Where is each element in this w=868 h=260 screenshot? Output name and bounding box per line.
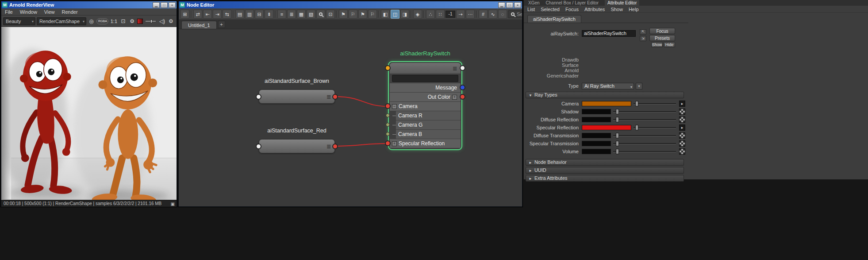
minimize-button[interactable]: ▁: [498, 2, 505, 8]
connect-mode-icon[interactable]: ⇄: [193, 10, 202, 19]
display-color-swatch[interactable]: [137, 19, 143, 24]
expand-icon[interactable]: +: [452, 95, 457, 100]
output-port[interactable]: [332, 144, 338, 149]
slider-handle[interactable]: [635, 101, 638, 106]
grid-dots-icon[interactable]: ∷: [436, 10, 445, 19]
slider-handle[interactable]: [616, 117, 619, 122]
zoom-ratio-label[interactable]: 1:1: [111, 19, 117, 24]
display-connected-icon[interactable]: ◫: [391, 10, 399, 19]
align-horizontal-icon[interactable]: ≡: [277, 10, 286, 19]
crosshair-icon[interactable]: ◌: [498, 10, 507, 19]
renderview-titlebar[interactable]: M Arnold RenderView ▁ □ ×: [1, 1, 177, 8]
node-aistandardsurface-red[interactable]: ≣: [259, 139, 335, 153]
zoom-region-icon[interactable]: [316, 10, 325, 19]
menu-help[interactable]: Help: [629, 7, 639, 12]
output-connections-icon[interactable]: ⇥: [213, 10, 222, 19]
clear-graph-icon[interactable]: ⊟: [255, 10, 264, 19]
node-menu-icon[interactable]: ≣: [326, 143, 331, 150]
hash-grid-icon[interactable]: #: [479, 10, 488, 19]
gamma-slider-handle[interactable]: [150, 19, 152, 23]
aov-select[interactable]: Beauty▾: [3, 17, 35, 25]
slider-handle[interactable]: [616, 109, 619, 114]
show-button[interactable]: Show: [651, 42, 663, 47]
slider-handle[interactable]: [616, 141, 619, 146]
minimize-button[interactable]: ▁: [153, 2, 160, 8]
display-simple-icon[interactable]: ◧: [381, 10, 390, 19]
section-ray-types[interactable]: ▼Ray Types: [526, 92, 684, 98]
tab-untitled-1[interactable]: Untitled_1: [181, 21, 217, 29]
close-button[interactable]: ×: [169, 2, 176, 8]
node-name-input[interactable]: aiShaderRaySwitch: [582, 30, 636, 37]
map-texture-button[interactable]: [679, 148, 685, 155]
connection-map-button[interactable]: ▸: [679, 101, 685, 107]
camera-g-input-port[interactable]: [386, 123, 390, 127]
menu-window[interactable]: Window: [20, 9, 37, 15]
rgba-channels-button[interactable]: RGBA: [96, 18, 108, 24]
output-port[interactable]: [332, 94, 338, 100]
remove-from-graph-icon[interactable]: ▥: [245, 10, 254, 19]
node-menu-icon[interactable]: ≣: [326, 93, 331, 100]
search-input[interactable]: Search...: [508, 10, 522, 18]
lock-icon[interactable]: ◈: [413, 10, 422, 19]
color-swatch[interactable]: [582, 133, 611, 138]
node-graph[interactable]: aiStandardSurface_Brown ≣ aiStandardSurf…: [179, 29, 522, 206]
color-swatch[interactable]: [582, 101, 631, 106]
node-header[interactable]: ≣: [390, 63, 461, 74]
menu-show[interactable]: Show: [611, 7, 623, 12]
log-icon[interactable]: ▣: [171, 201, 175, 207]
display-full-icon[interactable]: ◨: [400, 10, 409, 19]
snap-dots-icon[interactable]: ∴: [426, 10, 435, 19]
speaker-icon[interactable]: ◁): [158, 17, 166, 25]
color-swatch[interactable]: [582, 117, 611, 122]
bookmark-add-icon[interactable]: ⚑: [339, 10, 348, 19]
bookmark-prev-icon[interactable]: ⚐: [368, 10, 377, 19]
expand-icon[interactable]: +: [392, 141, 397, 146]
value-slider[interactable]: [613, 117, 676, 122]
value-slider[interactable]: [634, 101, 676, 106]
copy-tab-icon[interactable]: ⇱: [640, 29, 646, 35]
value-slider[interactable]: [613, 109, 676, 114]
connection-map-button[interactable]: ▸: [679, 124, 685, 131]
message-output-port[interactable]: [460, 85, 465, 90]
section-node-behavior[interactable]: ►Node Behavior: [526, 159, 684, 166]
connection-style-icon[interactable]: ∿: [488, 10, 497, 19]
tear-off-icon[interactable]: ⇲: [640, 36, 646, 41]
pin-icon[interactable]: ⇟: [265, 10, 273, 19]
value-slider[interactable]: [613, 141, 676, 146]
frame-all-icon[interactable]: ⊡: [326, 10, 335, 19]
color-swatch[interactable]: [582, 141, 611, 146]
map-texture-button[interactable]: [679, 140, 685, 147]
map-texture-button[interactable]: [679, 116, 685, 123]
node-tab[interactable]: aiShaderRaySwitch: [527, 15, 581, 23]
gamma-slider[interactable]: [146, 21, 156, 22]
outcolor-output-port[interactable]: [460, 94, 465, 100]
type-dropdown-button[interactable]: ▾: [636, 83, 642, 89]
snapshot-target-icon[interactable]: ◎: [88, 17, 95, 25]
color-swatch[interactable]: [582, 109, 611, 114]
input-connections-icon[interactable]: ⇤: [203, 10, 212, 19]
add-tab-button[interactable]: +: [218, 21, 225, 28]
header-output-port[interactable]: [460, 65, 465, 71]
input-port[interactable]: [256, 94, 261, 100]
camera-input-port[interactable]: [385, 103, 391, 109]
panel-tab-channel-box[interactable]: Channel Box / Layer Editor: [546, 0, 599, 6]
all-connections-icon[interactable]: ⇆: [223, 10, 231, 19]
node-aistandardsurface-brown[interactable]: ≣: [259, 89, 335, 104]
header-input-port[interactable]: [385, 65, 391, 71]
step-icon[interactable]: ⇢: [456, 10, 465, 19]
bookmark-remove-icon[interactable]: ⚐: [349, 10, 357, 19]
menu-render[interactable]: Render: [62, 9, 78, 15]
value-slider[interactable]: [634, 125, 676, 130]
value-slider[interactable]: [613, 133, 676, 138]
render-gear-icon[interactable]: ⚙: [167, 17, 175, 25]
auto-layout-icon[interactable]: ▧: [307, 10, 315, 19]
hide-button[interactable]: Hide: [664, 42, 675, 47]
settings-gear-icon[interactable]: ⚙: [128, 17, 136, 25]
node-filter-field[interactable]: [392, 75, 458, 82]
camera-b-input-port[interactable]: [386, 132, 390, 136]
color-swatch[interactable]: [582, 149, 611, 154]
node-aishaderrayswitch[interactable]: ≣ Message Out Color+ −Camera: [388, 61, 462, 150]
maximize-button[interactable]: □: [161, 2, 168, 8]
panel-tab-xgen[interactable]: XGen: [528, 0, 540, 6]
specular-reflection-input-port[interactable]: [385, 140, 391, 146]
